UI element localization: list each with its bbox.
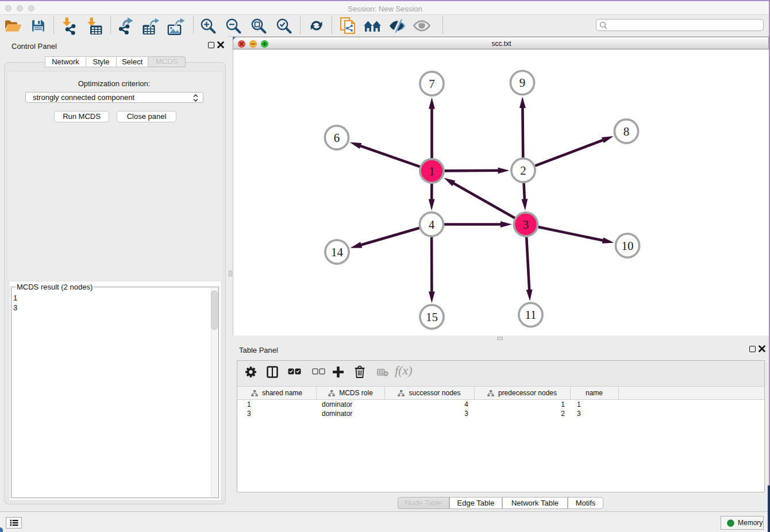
svg-text:7: 7 [429, 77, 435, 91]
svg-text:6: 6 [334, 131, 340, 145]
svg-text:8: 8 [623, 125, 630, 138]
svg-text:4: 4 [429, 218, 435, 232]
svg-text:1: 1 [429, 164, 435, 178]
svg-text:9: 9 [519, 76, 526, 90]
svg-text:11: 11 [525, 308, 536, 322]
svg-text:2: 2 [520, 164, 526, 178]
svg-text:14: 14 [331, 245, 344, 259]
svg-text:10: 10 [622, 239, 634, 253]
svg-text:3: 3 [523, 218, 529, 232]
svg-text:15: 15 [426, 310, 438, 324]
